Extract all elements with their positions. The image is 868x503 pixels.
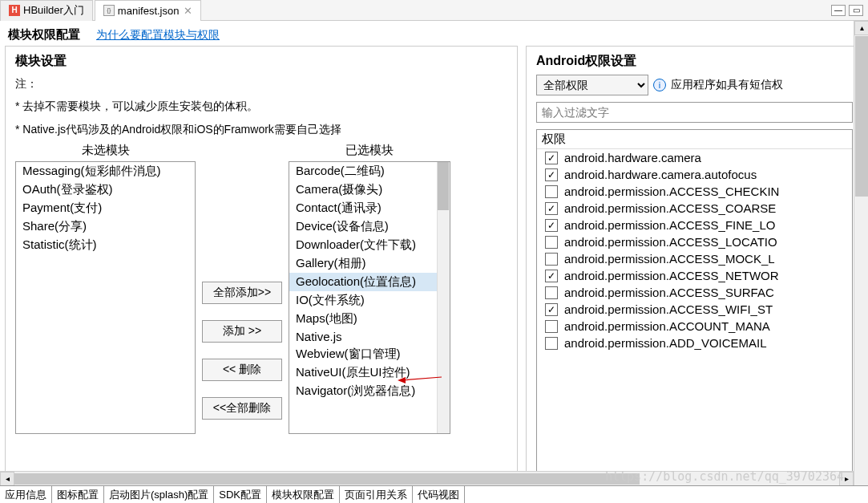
permission-label: android.permission.ACCESS_SURFAC (564, 286, 774, 299)
remove-all-button[interactable]: <<全部删除 (202, 397, 282, 420)
permission-checkbox[interactable] (545, 253, 558, 266)
permission-item[interactable]: android.permission.ADD_VOICEMAIL (537, 335, 852, 351)
add-all-button[interactable]: 全部添加>> (202, 282, 282, 304)
permission-label: android.permission.ACCESS_WIFI_ST (564, 302, 773, 316)
vertical-scrollbar[interactable]: ▴ (854, 21, 868, 485)
permission-item[interactable]: android.permission.ACCESS_NETWOR (537, 267, 852, 284)
permission-hint: 应用程序如具有短信权 (671, 78, 783, 92)
scroll-up-button[interactable]: ▴ (854, 21, 868, 35)
page-header: 模块权限配置 为什么要配置模块与权限 (0, 21, 868, 46)
transfer-buttons: 全部添加>> 添加 >> << 删除 <<全部删除 (202, 143, 282, 478)
permission-checkbox[interactable] (545, 219, 558, 232)
horizontal-scrollbar[interactable]: ◂ ▸ (0, 471, 854, 485)
module-item[interactable]: Contact(通讯录) (289, 199, 450, 217)
permission-label: android.permission.ACCESS_MOCK_L (564, 252, 775, 266)
module-item[interactable]: Device(设备信息) (289, 217, 450, 236)
selected-header: 已选模块 (345, 143, 394, 158)
permission-checkbox[interactable] (545, 337, 558, 350)
permission-filter-row: 全部权限 i 应用程序如具有短信权 (536, 75, 853, 95)
permission-checkbox[interactable] (545, 152, 558, 164)
permission-checkbox[interactable] (545, 236, 558, 249)
bottom-tab[interactable]: 应用信息 (0, 486, 52, 503)
permission-label: android.permission.ACCOUNT_MANA (564, 319, 770, 333)
permission-checkbox[interactable] (545, 320, 558, 333)
bottom-tab[interactable]: 图标配置 (52, 486, 104, 503)
list-scrollbar-thumb[interactable] (438, 162, 449, 210)
tab-hbuilder[interactable]: H HBuilder入门 (0, 0, 93, 21)
window-controls: — ▭ (831, 5, 868, 16)
module-item[interactable]: IO(文件系统) (289, 291, 450, 310)
remove-button[interactable]: << 删除 (202, 359, 282, 381)
permission-item[interactable]: android.hardware.camera (537, 149, 852, 166)
permission-checkbox[interactable] (545, 168, 558, 181)
bottom-tab[interactable]: 模块权限配置 (267, 486, 340, 503)
selected-list[interactable]: Barcode(二维码)Camera(摄像头)Contact(通讯录)Devic… (289, 161, 450, 434)
unselected-list[interactable]: Messaging(短彩邮件消息)OAuth(登录鉴权)Payment(支付)S… (15, 161, 196, 434)
horizontal-scrollbar-thumb[interactable] (14, 473, 640, 485)
horizontal-scrollbar-track[interactable] (14, 473, 839, 485)
module-item[interactable]: Statistic(统计) (16, 236, 195, 254)
module-item[interactable]: Camera(摄像头) (289, 181, 450, 199)
permission-label: android.permission.ACCESS_COARSE (564, 201, 776, 215)
module-item[interactable]: Native.js (289, 328, 450, 345)
permission-label: android.permission.ACCESS_FINE_LO (564, 218, 775, 232)
module-item[interactable]: Webview(窗口管理) (289, 345, 450, 363)
permission-item[interactable]: android.permission.ACCESS_SURFAC (537, 284, 852, 301)
unselected-column: 未选模块 Messaging(短彩邮件消息)OAuth(登录鉴权)Payment… (15, 143, 196, 478)
permission-checkbox[interactable] (545, 202, 558, 215)
module-item[interactable]: Gallery(相册) (289, 254, 450, 273)
module-item[interactable]: Geolocation(位置信息) (289, 273, 450, 291)
permission-filter-select[interactable]: 全部权限 (536, 75, 648, 95)
permission-item[interactable]: android.hardware.camera.autofocus (537, 166, 852, 183)
permission-label: android.permission.ACCESS_CHECKIN (564, 185, 779, 198)
help-link[interactable]: 为什么要配置模块与权限 (96, 28, 220, 43)
permission-filter-input[interactable] (536, 102, 853, 123)
page-title: 模块权限配置 (8, 27, 80, 43)
module-item[interactable]: Barcode(二维码) (289, 162, 450, 181)
bottom-tab[interactable]: 代码视图 (413, 486, 465, 503)
permission-item[interactable]: android.permission.ACCOUNT_MANA (537, 318, 852, 335)
module-panel-title: 模块设置 (15, 53, 507, 70)
close-icon[interactable]: ✕ (184, 5, 192, 17)
editor-tabs: H HBuilder入门 {} manifest.json ✕ — ▭ (0, 0, 868, 21)
permission-list-body[interactable]: android.hardware.cameraandroid.hardware.… (537, 149, 852, 477)
permission-item[interactable]: android.permission.ACCESS_COARSE (537, 200, 852, 217)
permission-checkbox[interactable] (545, 185, 558, 198)
module-item[interactable]: Downloader(文件下载) (289, 236, 450, 254)
selected-column: 已选模块 Barcode(二维码)Camera(摄像头)Contact(通讯录)… (289, 143, 450, 478)
maximize-button[interactable]: ▭ (849, 5, 863, 16)
permission-item[interactable]: android.permission.ACCESS_WIFI_ST (537, 301, 852, 318)
scroll-left-button[interactable]: ◂ (0, 472, 14, 486)
permission-item[interactable]: android.permission.ACCESS_MOCK_L (537, 250, 852, 267)
tab-label: HBuilder入门 (23, 3, 84, 18)
permission-item[interactable]: android.permission.ACCESS_LOCATIO (537, 233, 852, 250)
module-item[interactable]: Share(分享) (16, 217, 195, 236)
info-icon[interactable]: i (653, 79, 666, 91)
bottom-tab[interactable]: 启动图片(splash)配置 (104, 486, 214, 503)
main-content: 模块权限配置 为什么要配置模块与权限 模块设置 注： * 去掉不需要模块，可以减… (0, 21, 868, 485)
vertical-scrollbar-thumb[interactable] (855, 36, 868, 197)
scroll-right-button[interactable]: ▸ (839, 472, 854, 486)
module-item[interactable]: Maps(地图) (289, 310, 450, 328)
content-panels: 模块设置 注： * 去掉不需要模块，可以减少原生安装包的体积。 * Native… (0, 46, 868, 485)
permission-checkbox[interactable] (545, 303, 558, 316)
tab-manifest[interactable]: {} manifest.json ✕ (95, 0, 202, 21)
bottom-tab[interactable]: 页面引用关系 (340, 486, 413, 503)
minimize-button[interactable]: — (831, 5, 846, 16)
permission-checkbox[interactable] (545, 286, 558, 299)
add-button[interactable]: 添加 >> (202, 320, 282, 343)
module-item[interactable]: Navigator(浏览器信息) (289, 382, 450, 400)
list-scrollbar[interactable] (437, 162, 450, 433)
hbuilder-icon: H (9, 5, 20, 16)
bottom-tabs: 应用信息图标配置启动图片(splash)配置SDK配置模块权限配置页面引用关系代… (0, 485, 868, 503)
permission-label: android.permission.ACCESS_NETWOR (564, 269, 779, 282)
module-item[interactable]: NativeUI(原生UI控件) (289, 363, 450, 382)
module-item[interactable]: Payment(支付) (16, 199, 195, 217)
permission-item[interactable]: android.permission.ACCESS_CHECKIN (537, 183, 852, 200)
module-item[interactable]: OAuth(登录鉴权) (16, 181, 195, 199)
module-item[interactable]: Messaging(短彩邮件消息) (16, 162, 195, 181)
permission-item[interactable]: android.permission.ACCESS_FINE_LO (537, 217, 852, 233)
json-icon: {} (103, 5, 115, 16)
bottom-tab[interactable]: SDK配置 (214, 486, 267, 503)
permission-checkbox[interactable] (545, 270, 558, 282)
